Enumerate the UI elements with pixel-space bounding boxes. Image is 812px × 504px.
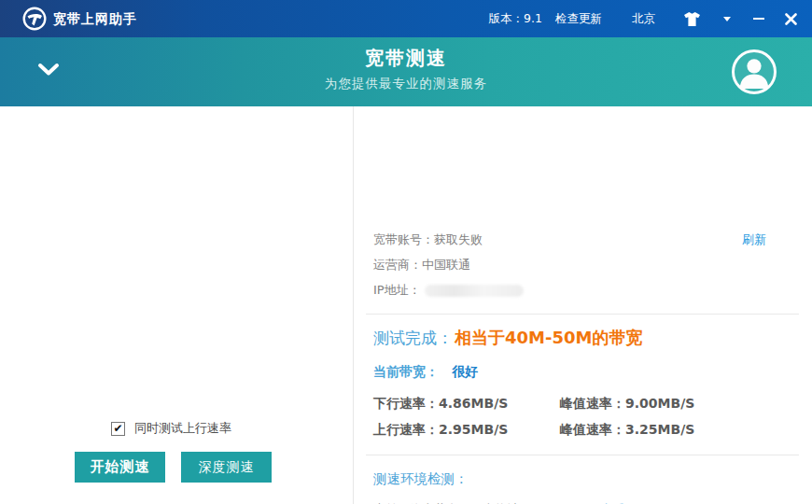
- isp-info-row: 运营商：中国联通 接入类型：获取失败: [373, 257, 470, 273]
- city-selector[interactable]: 北京: [632, 11, 655, 27]
- download-speed-row: 下行速率：4.86MB/S 峰值速率：9.00MB/S: [373, 396, 508, 413]
- ip-address-redacted: [425, 285, 524, 297]
- app-logo-icon: [22, 7, 47, 31]
- upload-speed: 上行速率：2.95MB/S: [373, 422, 508, 437]
- upload-speed-row: 上行速率：2.95MB/S 峰值速率：3.25MB/S: [373, 422, 508, 439]
- upload-test-checkbox-label: 同时测试上行速率: [134, 420, 231, 437]
- app-title: 宽带上网助手: [53, 11, 137, 28]
- account-info-row: 宽带账号：获取失败 签约带宽：获取失败 刷新: [373, 231, 483, 248]
- refresh-link[interactable]: 刷新: [742, 231, 766, 248]
- page-header: 宽带测速 为您提供最专业的测速服务: [0, 37, 812, 106]
- isp-value: 中国联通: [422, 258, 470, 272]
- ip-info-row: IP地址： 归属地：北京: [373, 282, 524, 299]
- titlebar: 宽带上网助手 版本：9.1 检查更新 北京: [0, 0, 812, 37]
- page-title: 宽带测速: [0, 46, 812, 71]
- person-icon: [735, 53, 773, 91]
- minimize-icon[interactable]: [747, 7, 771, 31]
- isp-label: 运营商：: [373, 258, 422, 272]
- download-peak-speed: 峰值速率：9.00MB/S: [560, 396, 694, 413]
- deep-test-button[interactable]: 深度测速: [181, 452, 272, 483]
- account-value: 获取失败: [434, 232, 483, 246]
- page-subtitle: 为您提供最专业的测速服务: [0, 76, 812, 92]
- check-update-link[interactable]: 检查更新: [555, 11, 602, 27]
- ip-label: IP地址：: [373, 283, 421, 297]
- vertical-divider: [353, 106, 354, 504]
- app-window: 宽带上网助手 版本：9.1 检查更新 北京: [0, 0, 812, 504]
- start-test-button[interactable]: 开始测速: [75, 452, 165, 483]
- main-content: ✔ 同时测试上行速率 开始测速 深度测速 宽带账号：获取失败 签约带宽：获取失败…: [0, 106, 812, 504]
- current-bandwidth-rating: 很好: [452, 364, 478, 379]
- divider: [366, 455, 799, 455]
- account-label: 宽带账号：: [373, 232, 434, 246]
- upload-test-checkbox[interactable]: ✔: [111, 422, 125, 436]
- upload-peak-speed: 峰值速率：3.25MB/S: [560, 422, 694, 439]
- test-result-row: 测试完成： 相当于40M-50M的带宽: [373, 327, 642, 349]
- current-bandwidth-row: 当前带宽： 很好: [373, 364, 478, 381]
- divider: [366, 314, 799, 315]
- close-icon[interactable]: [778, 7, 803, 31]
- skin-tshirt-icon[interactable]: [679, 7, 704, 31]
- version-label: 版本：9.1: [489, 11, 542, 27]
- user-avatar[interactable]: [732, 49, 777, 94]
- test-done-label: 测试完成：: [373, 328, 453, 349]
- environment-section-title: 测速环境检测：: [373, 470, 469, 488]
- dropdown-menu-icon[interactable]: [715, 7, 739, 31]
- download-speed: 下行速率：4.86MB/S: [373, 396, 508, 411]
- upload-test-checkbox-row: ✔ 同时测试上行速率: [111, 420, 231, 437]
- bandwidth-estimate-value: 相当于40M-50M的带宽: [455, 327, 642, 349]
- current-bandwidth-label: 当前带宽：: [373, 364, 439, 379]
